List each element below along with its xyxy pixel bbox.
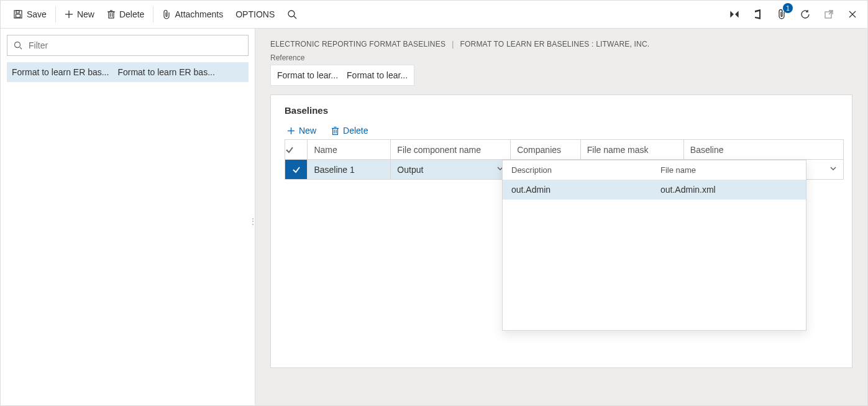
filter-icon — [14, 41, 22, 50]
svg-point-18 — [15, 42, 21, 48]
separator — [55, 6, 56, 22]
delete-button[interactable]: Delete — [101, 4, 150, 25]
main-area: ELECTRONIC REPORTING FORMAT BASELINES | … — [255, 29, 867, 405]
save-icon — [13, 9, 23, 19]
paperclip-icon — [162, 9, 171, 19]
svg-line-11 — [294, 16, 296, 19]
options-label: OPTIONS — [235, 9, 275, 19]
attachments-label: Attachments — [175, 9, 223, 19]
dropdown-item[interactable]: out.Admin out.Admin.xml — [503, 180, 806, 200]
col-file-component[interactable]: File component name — [391, 140, 511, 160]
chevron-down-icon — [829, 165, 837, 172]
sidebar-item-format[interactable]: Format to learn ER bas... Format to lear… — [7, 62, 249, 82]
new-label: New — [77, 9, 94, 19]
dropdown-col-description: Description — [511, 165, 660, 175]
dropdown-col-filename: File name — [660, 165, 696, 175]
options-button[interactable]: OPTIONS — [229, 4, 281, 25]
col-companies[interactable]: Companies — [511, 140, 581, 160]
baselines-new-button[interactable]: New — [285, 124, 319, 137]
trash-icon — [107, 9, 116, 19]
row-selector[interactable] — [285, 160, 308, 180]
svg-line-15 — [829, 11, 833, 14]
baselines-delete-label: Delete — [343, 126, 368, 136]
dropdown-item-desc: out.Admin — [511, 185, 660, 195]
sidebar-item-col1: Format to learn ER bas... — [12, 67, 109, 77]
svg-rect-1 — [16, 11, 19, 13]
svg-marker-13 — [736, 12, 738, 17]
col-baseline[interactable]: Baseline — [683, 140, 843, 160]
breadcrumb-sep: | — [452, 40, 454, 48]
plus-icon — [65, 10, 73, 19]
reference-v2: Format to lear... — [347, 70, 408, 80]
connector-icon[interactable] — [726, 6, 743, 23]
attachments-button[interactable]: Attachments — [156, 4, 229, 25]
sidebar-item-col2: Format to learn ER bas... — [117, 67, 214, 77]
close-button[interactable] — [844, 6, 861, 23]
reference-label: Reference — [255, 53, 867, 62]
save-button[interactable]: Save — [7, 4, 53, 25]
svg-line-19 — [20, 47, 22, 49]
baseline-dropdown: Description File name out.Admin out.Admi… — [502, 160, 806, 331]
attachments-badge: 1 — [783, 3, 793, 13]
svg-rect-22 — [333, 128, 338, 134]
attachments-indicator[interactable]: 1 — [773, 6, 790, 23]
dropdown-item-file: out.Admin.xml — [660, 185, 716, 195]
cell-name[interactable]: Baseline 1 — [308, 160, 391, 180]
plus-icon — [287, 127, 295, 135]
breadcrumb-leaf: FORMAT TO LEARN ER BASELINES : LITWARE, … — [460, 40, 649, 48]
baselines-card: Baselines New Delete — [270, 95, 852, 368]
cell-file-component-value: Output — [397, 165, 423, 175]
breadcrumb: ELECTRONIC REPORTING FORMAT BASELINES | … — [255, 29, 867, 53]
filter-field[interactable] — [27, 40, 242, 51]
baselines-new-label: New — [299, 126, 316, 136]
svg-rect-5 — [109, 12, 114, 18]
office-icon[interactable] — [749, 6, 767, 23]
reference-v1: Format to lear... — [277, 70, 338, 80]
popout-button[interactable] — [820, 6, 838, 23]
trash-icon — [331, 126, 339, 136]
new-button[interactable]: New — [58, 4, 101, 25]
filter-input[interactable] — [7, 35, 249, 56]
refresh-button[interactable] — [797, 6, 814, 23]
col-name[interactable]: Name — [308, 140, 391, 160]
baselines-title: Baselines — [285, 105, 838, 116]
main-toolbar: Save New Delete Attachments OPTIONS — [1, 1, 867, 29]
delete-label: Delete — [119, 9, 144, 19]
baselines-delete-button[interactable]: Delete — [329, 124, 370, 137]
svg-point-10 — [288, 11, 295, 17]
breadcrumb-root[interactable]: ELECTRONIC REPORTING FORMAT BASELINES — [270, 40, 445, 48]
sidebar: Format to learn ER bas... Format to lear… — [1, 29, 255, 405]
col-file-mask[interactable]: File name mask — [580, 140, 683, 160]
cell-file-component[interactable]: Output — [391, 160, 511, 180]
svg-rect-2 — [16, 14, 21, 17]
separator — [153, 6, 153, 22]
save-label: Save — [27, 9, 47, 19]
dropdown-empty — [503, 200, 806, 330]
svg-marker-12 — [731, 12, 733, 17]
reference-value[interactable]: Format to lear... Format to lear... — [270, 65, 414, 86]
search-icon — [287, 9, 297, 19]
col-select[interactable] — [285, 140, 308, 160]
search-button[interactable] — [281, 4, 303, 25]
